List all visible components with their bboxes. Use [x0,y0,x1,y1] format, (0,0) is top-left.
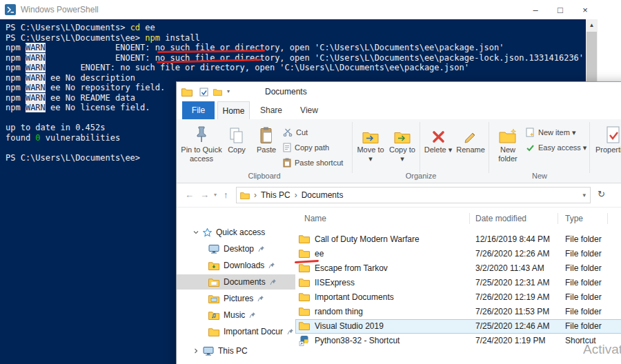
sidebar-item-label: Desktop [224,244,254,254]
vulnerability-count: 0 [35,133,40,143]
file-list[interactable]: Name Date modified Type Call of Duty Mod… [295,208,621,364]
file-name: ee [315,249,324,259]
sidebar-item-label: Documents [224,277,266,287]
pin-icon [258,245,265,252]
folder-icon [299,292,310,301]
pin-to-quick-access-button[interactable]: Pin to Quick access [179,121,224,173]
rename-button[interactable]: Rename [455,121,486,173]
copy-button[interactable]: Copy [224,121,250,173]
pictures-icon [208,294,219,303]
file-type: File folder [565,234,602,244]
warn-badge: WARN [26,83,46,92]
sidebar-item-pictures[interactable]: Pictures [177,291,295,306]
breadcrumb-documents[interactable]: Documents [302,190,344,200]
rename-icon [464,122,478,144]
copy-path-button[interactable]: Copy path [283,141,329,154]
tab-file[interactable]: File [182,101,215,119]
command-text: npm [145,33,160,43]
properties-button[interactable]: Properties [593,121,621,173]
cut-button[interactable]: Cut [283,125,308,139]
folder-icon [299,278,310,287]
breadcrumb-this-pc[interactable]: This PC [261,190,290,200]
new-item-icon [526,128,535,137]
new-item-button[interactable]: New item ▾ [526,125,575,139]
close-button[interactable]: × [573,0,598,19]
sidebar-item-important-documents[interactable]: Important Docur [177,324,295,339]
column-separator[interactable] [469,213,470,224]
sidebar-item-documents[interactable]: Documents [177,274,295,290]
navigation-pane: Quick access Desktop Downloads Documents… [177,208,295,364]
npm-text: npm [6,93,26,103]
message-text: ee No repository field. [46,83,165,92]
qat-customize-icon[interactable]: ▾ [227,89,230,94]
ribbon: Pin to Quick access Copy Paste Cut Copy … [177,119,621,183]
move-to-icon [362,122,379,144]
powershell-titlebar[interactable]: Windows PowerShell – □ × [0,0,598,19]
column-header-date-modified[interactable]: Date modified [475,214,526,223]
sidebar-item-downloads[interactable]: Downloads [177,258,295,273]
sidebar-item-music[interactable]: Music [177,307,295,323]
window-folder-icon [181,88,193,97]
minimize-button[interactable]: – [523,0,548,19]
file-type: File folder [565,278,602,287]
pin-icon [287,328,294,335]
address-dropdown-icon[interactable]: ▾ [582,192,586,199]
move-to-button[interactable]: Move to ▾ [356,121,385,173]
terminal-line: npm WARN ENOENT: no such file or directo… [6,63,586,73]
argument-text: install [160,33,200,43]
chevron-down-icon[interactable] [193,230,200,235]
paste-shortcut-button[interactable]: Paste shortcut [283,156,343,170]
window-title: Documents [265,87,307,97]
message-text: ee No description [46,73,135,83]
refresh-icon[interactable]: ↻ [598,189,605,199]
date-modified: 7/24/2020 1:19 PM [475,336,545,345]
sidebar-item-quick-access[interactable]: Quick access [177,225,295,240]
sidebar-item-this-pc[interactable]: This PC [177,343,295,358]
file-type: File folder [565,263,602,273]
table-row[interactable]: Call of Duty Modern Warfare 12/16/2019 8… [295,232,621,247]
column-header-name[interactable]: Name [304,214,326,223]
scroll-up-icon[interactable]: ▲ [586,19,598,31]
delete-button[interactable]: Delete ▾ [424,121,453,173]
back-button[interactable]: ← [185,190,194,200]
easy-access-icon [526,143,535,152]
new-folder-button[interactable]: New folder [493,121,523,173]
date-modified: 7/25/2020 12:31 AM [475,278,549,287]
forward-button[interactable]: → [200,190,209,200]
chevron-right-icon[interactable] [193,348,200,354]
table-row[interactable]: random thing 7/26/2020 11:53 PM File fol… [295,305,621,319]
column-separator[interactable] [607,213,608,224]
terminal-line: PS C:\Users\L\Documents\ee> npm install [6,33,586,43]
copy-icon [230,122,244,144]
copy-to-button[interactable]: Copy to ▾ [388,121,417,173]
column-header-type[interactable]: Type [565,214,583,223]
warn-badge: WARN [26,93,46,103]
paste-button[interactable]: Paste [253,121,280,173]
qat-properties-icon[interactable] [199,88,208,97]
warn-badge: WARN [26,73,46,83]
explorer-titlebar[interactable]: ▾ Documents [177,82,621,101]
up-button[interactable]: ↑ [224,190,228,200]
maximize-button[interactable]: □ [548,0,573,19]
column-separator[interactable] [558,213,558,224]
table-row[interactable]: Visual Studio 2019 7/25/2020 12:46 AM Fi… [295,319,621,334]
table-row[interactable]: IISExpress 7/25/2020 12:31 AM File folde… [295,276,621,290]
date-modified: 12/16/2019 8:44 PM [475,234,550,244]
breadcrumb[interactable]: › This PC › Documents ▾ [236,187,591,203]
tab-share[interactable]: Share [253,101,290,119]
npm-text: npm [6,103,26,112]
sidebar-item-label: This PC [218,346,248,356]
easy-access-button[interactable]: Easy access ▾ [526,141,586,154]
tab-home[interactable]: Home [217,101,250,119]
qat-new-folder-icon[interactable] [213,88,222,96]
table-row[interactable]: ee 7/26/2020 12:26 AM File folder [295,247,621,261]
sidebar-item-label: Important Docur [224,327,283,336]
sidebar-item-desktop[interactable]: Desktop [177,241,295,256]
tab-view[interactable]: View [293,101,326,119]
recent-locations-button[interactable]: ▾ [214,192,217,198]
table-row[interactable]: Important Documents 7/26/2020 12:19 AM F… [295,290,621,305]
date-modified: 7/26/2020 12:26 AM [475,249,549,259]
table-row[interactable]: Escape from Tarkov 3/2/2020 11:43 AM Fil… [295,261,621,276]
table-row[interactable]: Python38-32 - Shortcut 7/24/2020 1:19 PM… [295,334,621,348]
pin-icon [268,262,275,269]
